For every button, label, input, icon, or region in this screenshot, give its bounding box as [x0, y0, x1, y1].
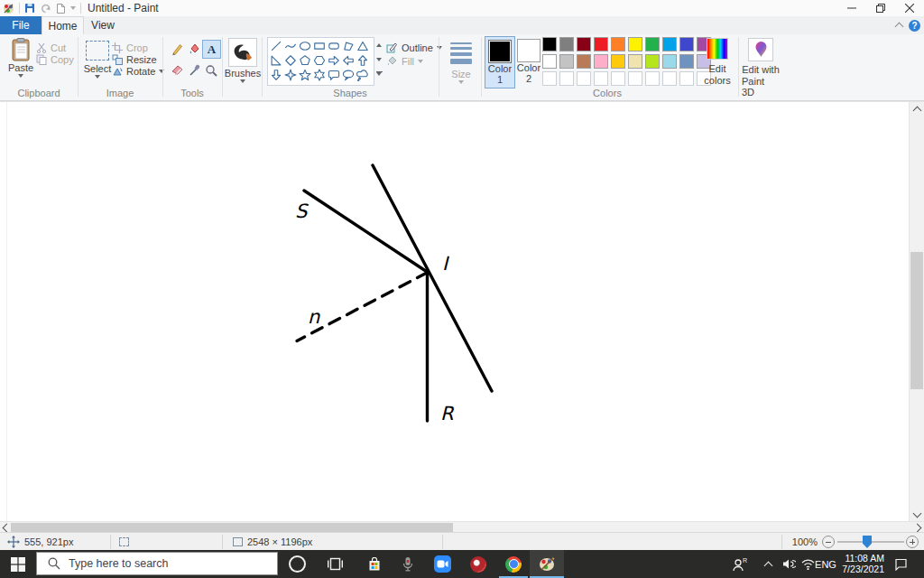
shape-callout-rounded[interactable]: [327, 68, 341, 82]
resize-button[interactable]: Resize: [112, 53, 157, 65]
action-center-button[interactable]: [888, 550, 913, 578]
start-button[interactable]: [0, 550, 36, 578]
voice-recorder-button[interactable]: [394, 550, 421, 578]
chrome-button[interactable]: [498, 550, 529, 578]
palette-swatch-empty[interactable]: [559, 71, 574, 86]
shapes-more-button[interactable]: [374, 69, 384, 79]
shape-callout-cloud[interactable]: [356, 68, 370, 82]
shapes-scroll-down-button[interactable]: [374, 54, 384, 65]
shape-star-5[interactable]: [298, 68, 312, 82]
minimize-button[interactable]: [837, 0, 866, 16]
shape-star-6[interactable]: [312, 68, 327, 82]
palette-swatch[interactable]: [662, 54, 677, 69]
palette-swatch[interactable]: [611, 37, 625, 51]
people-button[interactable]: R: [727, 550, 753, 578]
save-icon[interactable]: [24, 3, 35, 14]
task-view-button[interactable]: [318, 550, 352, 578]
palette-swatch[interactable]: [594, 37, 608, 51]
help-icon[interactable]: ?: [909, 20, 920, 32]
crop-button[interactable]: Crop: [112, 42, 148, 53]
palette-swatch[interactable]: [577, 37, 591, 51]
outline-button[interactable]: Outline: [386, 42, 442, 53]
color1-button[interactable]: Color 1: [485, 36, 515, 89]
palette-swatch-empty[interactable]: [662, 71, 677, 86]
color2-button[interactable]: Color 2: [515, 36, 542, 87]
shape-arrow-left[interactable]: [341, 53, 356, 68]
shape-curve[interactable]: [283, 39, 298, 53]
shape-polygon[interactable]: [341, 39, 356, 53]
fill-button[interactable]: Fill: [386, 55, 423, 67]
zoom-app-button[interactable]: [428, 550, 457, 578]
select-button[interactable]: Select: [83, 39, 112, 79]
volume-button[interactable]: [778, 550, 799, 578]
palette-swatch-empty[interactable]: [542, 71, 557, 86]
size-button[interactable]: Size: [442, 41, 480, 84]
red-app-button[interactable]: [464, 550, 493, 578]
shapes-scroll-up-button[interactable]: [374, 40, 384, 51]
scroll-up-icon[interactable]: [910, 102, 924, 117]
tray-expand-button[interactable]: [758, 550, 778, 578]
shape-rounded-rectangle[interactable]: [327, 39, 341, 53]
microsoft-store-button[interactable]: [357, 550, 392, 578]
shape-arrow-right[interactable]: [327, 53, 341, 68]
shape-ellipse[interactable]: [298, 39, 312, 53]
clock[interactable]: 11:08 AM 7/23/2021: [836, 554, 884, 574]
palette-swatch-empty[interactable]: [679, 71, 694, 86]
palette-swatch[interactable]: [645, 37, 660, 51]
fill-tool-button[interactable]: [186, 41, 203, 58]
palette-swatch[interactable]: [628, 37, 642, 51]
tab-view[interactable]: View: [83, 16, 123, 34]
shape-right-triangle[interactable]: [269, 53, 283, 68]
palette-swatch-empty[interactable]: [594, 71, 608, 86]
close-button[interactable]: [895, 0, 924, 16]
shape-line[interactable]: [269, 39, 283, 53]
zoom-slider-thumb[interactable]: [863, 536, 872, 548]
zoom-out-button[interactable]: [822, 533, 835, 551]
edit-with-paint3d-button[interactable]: Edit with Paint 3D: [742, 38, 780, 98]
palette-swatch[interactable]: [559, 54, 574, 69]
taskbar-search-input[interactable]: Type here to search: [36, 552, 278, 575]
edit-colors-button[interactable]: Edit colors: [700, 38, 735, 86]
shape-hexagon[interactable]: [312, 53, 327, 68]
collapse-ribbon-icon[interactable]: [895, 23, 904, 32]
palette-swatch[interactable]: [559, 37, 574, 51]
palette-swatch[interactable]: [577, 54, 591, 69]
palette-swatch[interactable]: [645, 54, 660, 69]
palette-swatch[interactable]: [662, 37, 677, 51]
palette-swatch-empty[interactable]: [645, 71, 660, 86]
shape-callout-oval[interactable]: [341, 68, 356, 82]
redo-page-icon[interactable]: [56, 3, 66, 14]
paint-taskbar-button[interactable]: [530, 550, 564, 578]
zoom-in-button[interactable]: [906, 533, 919, 551]
text-tool-button[interactable]: A: [202, 40, 221, 59]
palette-swatch[interactable]: [611, 54, 625, 69]
undo-icon[interactable]: [40, 3, 51, 14]
brushes-button[interactable]: Brushes: [226, 38, 259, 83]
palette-swatch[interactable]: [628, 54, 642, 69]
cortana-button[interactable]: [283, 550, 310, 578]
eraser-tool-button[interactable]: [169, 61, 186, 79]
shape-rectangle[interactable]: [312, 39, 327, 53]
palette-swatch[interactable]: [594, 54, 608, 69]
language-indicator[interactable]: ENG: [814, 550, 837, 578]
shape-pentagon[interactable]: [298, 53, 312, 68]
restore-button[interactable]: [866, 0, 895, 16]
paint-canvas[interactable]: SnIR: [0, 101, 924, 522]
tab-home[interactable]: Home: [42, 16, 84, 34]
palette-swatch[interactable]: [542, 37, 557, 51]
eyedropper-tool-button[interactable]: [186, 61, 203, 79]
pencil-tool-button[interactable]: [169, 41, 186, 58]
vertical-scrollbar[interactable]: [909, 102, 924, 522]
palette-swatch-empty[interactable]: [628, 71, 642, 86]
paste-button[interactable]: Paste: [5, 38, 36, 78]
shape-arrow-down[interactable]: [269, 68, 283, 82]
magnifier-tool-button[interactable]: [202, 61, 219, 79]
vertical-scroll-thumb[interactable]: [910, 252, 923, 389]
copy-button[interactable]: Copy: [36, 53, 74, 65]
rotate-button[interactable]: Rotate: [112, 65, 164, 77]
customize-toolbar-caret-icon[interactable]: [70, 6, 76, 10]
tab-file[interactable]: File: [0, 16, 42, 34]
shape-star-4[interactable]: [283, 68, 298, 82]
palette-swatch[interactable]: [542, 54, 557, 69]
cut-button[interactable]: Cut: [36, 42, 66, 53]
